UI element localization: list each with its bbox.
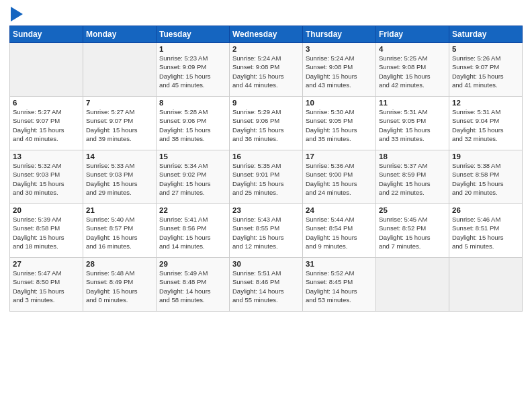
day-info: Sunrise: 5:38 AM Sunset: 8:58 PM Dayligh… [452, 161, 519, 197]
calendar-cell: 18Sunrise: 5:37 AM Sunset: 8:59 PM Dayli… [376, 150, 449, 204]
day-info: Sunrise: 5:36 AM Sunset: 9:00 PM Dayligh… [306, 161, 373, 197]
day-number: 7 [86, 99, 153, 107]
day-info: Sunrise: 5:35 AM Sunset: 9:01 PM Dayligh… [232, 161, 300, 197]
day-number: 9 [232, 99, 300, 107]
calendar-table: SundayMondayTuesdayWednesdayThursdayFrid… [9, 26, 523, 312]
calendar-cell: 1Sunrise: 5:23 AM Sunset: 9:09 PM Daylig… [157, 43, 230, 97]
day-info: Sunrise: 5:31 AM Sunset: 9:04 PM Dayligh… [452, 107, 519, 143]
weekday-row: SundayMondayTuesdayWednesdayThursdayFrid… [10, 26, 523, 43]
day-info: Sunrise: 5:39 AM Sunset: 8:58 PM Dayligh… [13, 215, 80, 250]
day-number: 26 [452, 206, 519, 214]
calendar-cell: 12Sunrise: 5:31 AM Sunset: 9:04 PM Dayli… [449, 97, 523, 150]
calendar-cell [10, 43, 83, 97]
calendar-cell [449, 258, 523, 312]
calendar-cell: 14Sunrise: 5:33 AM Sunset: 9:03 PM Dayli… [83, 150, 157, 204]
day-number: 15 [159, 152, 226, 161]
calendar-week-row: 6Sunrise: 5:27 AM Sunset: 9:07 PM Daylig… [10, 97, 523, 150]
day-info: Sunrise: 5:43 AM Sunset: 8:55 PM Dayligh… [232, 215, 300, 250]
calendar-cell: 30Sunrise: 5:51 AM Sunset: 8:46 PM Dayli… [230, 258, 303, 312]
calendar-week-row: 20Sunrise: 5:39 AM Sunset: 8:58 PM Dayli… [10, 204, 523, 258]
day-number: 23 [232, 206, 300, 214]
calendar-body: 1Sunrise: 5:23 AM Sunset: 9:09 PM Daylig… [10, 43, 523, 312]
calendar-cell: 31Sunrise: 5:52 AM Sunset: 8:45 PM Dayli… [303, 258, 376, 312]
calendar-cell: 25Sunrise: 5:45 AM Sunset: 8:52 PM Dayli… [376, 204, 449, 258]
calendar-cell: 21Sunrise: 5:40 AM Sunset: 8:57 PM Dayli… [83, 204, 157, 258]
day-info: Sunrise: 5:49 AM Sunset: 8:48 PM Dayligh… [159, 269, 226, 304]
day-info: Sunrise: 5:47 AM Sunset: 8:50 PM Dayligh… [13, 269, 80, 304]
day-number: 4 [379, 45, 446, 53]
calendar-cell: 13Sunrise: 5:32 AM Sunset: 9:03 PM Dayli… [10, 150, 83, 204]
day-number: 11 [379, 99, 446, 107]
calendar-cell: 5Sunrise: 5:26 AM Sunset: 9:07 PM Daylig… [449, 43, 523, 97]
calendar-cell: 26Sunrise: 5:46 AM Sunset: 8:51 PM Dayli… [449, 204, 523, 258]
day-info: Sunrise: 5:29 AM Sunset: 9:06 PM Dayligh… [232, 107, 300, 143]
day-number: 20 [13, 206, 80, 214]
calendar-cell: 20Sunrise: 5:39 AM Sunset: 8:58 PM Dayli… [10, 204, 83, 258]
day-info: Sunrise: 5:30 AM Sunset: 9:05 PM Dayligh… [306, 107, 373, 143]
day-info: Sunrise: 5:25 AM Sunset: 9:08 PM Dayligh… [379, 54, 446, 89]
day-number: 18 [379, 152, 446, 161]
day-info: Sunrise: 5:45 AM Sunset: 8:52 PM Dayligh… [379, 215, 446, 250]
logo [9, 7, 23, 21]
day-info: Sunrise: 5:41 AM Sunset: 8:56 PM Dayligh… [159, 215, 226, 250]
day-number: 29 [159, 260, 226, 268]
day-info: Sunrise: 5:33 AM Sunset: 9:03 PM Dayligh… [86, 161, 153, 197]
day-info: Sunrise: 5:27 AM Sunset: 9:07 PM Dayligh… [13, 107, 80, 143]
calendar-cell: 24Sunrise: 5:44 AM Sunset: 8:54 PM Dayli… [303, 204, 376, 258]
calendar-cell [376, 258, 449, 312]
header [9, 7, 523, 21]
calendar-header: SundayMondayTuesdayWednesdayThursdayFrid… [10, 26, 523, 43]
calendar-cell: 7Sunrise: 5:27 AM Sunset: 9:07 PM Daylig… [83, 97, 157, 150]
day-number: 16 [232, 152, 300, 161]
day-info: Sunrise: 5:48 AM Sunset: 8:49 PM Dayligh… [86, 269, 153, 304]
calendar-cell: 27Sunrise: 5:47 AM Sunset: 8:50 PM Dayli… [10, 258, 83, 312]
calendar-week-row: 13Sunrise: 5:32 AM Sunset: 9:03 PM Dayli… [10, 150, 523, 204]
day-info: Sunrise: 5:24 AM Sunset: 9:08 PM Dayligh… [232, 54, 300, 89]
day-number: 24 [306, 206, 373, 214]
day-number: 31 [306, 260, 373, 268]
day-number: 27 [13, 260, 80, 268]
calendar-cell: 22Sunrise: 5:41 AM Sunset: 8:56 PM Dayli… [157, 204, 230, 258]
calendar-cell: 15Sunrise: 5:34 AM Sunset: 9:02 PM Dayli… [157, 150, 230, 204]
day-number: 2 [232, 45, 300, 53]
day-number: 13 [13, 152, 80, 161]
day-info: Sunrise: 5:26 AM Sunset: 9:07 PM Dayligh… [452, 54, 519, 89]
day-number: 22 [159, 206, 226, 214]
day-number: 28 [86, 260, 153, 268]
day-number: 21 [86, 206, 153, 214]
weekday-header: Monday [83, 26, 157, 43]
day-info: Sunrise: 5:28 AM Sunset: 9:06 PM Dayligh… [159, 107, 226, 143]
calendar-cell: 11Sunrise: 5:31 AM Sunset: 9:05 PM Dayli… [376, 97, 449, 150]
weekday-header: Wednesday [230, 26, 303, 43]
calendar-cell: 6Sunrise: 5:27 AM Sunset: 9:07 PM Daylig… [10, 97, 83, 150]
day-number: 17 [306, 152, 373, 161]
day-info: Sunrise: 5:32 AM Sunset: 9:03 PM Dayligh… [13, 161, 80, 197]
calendar-week-row: 27Sunrise: 5:47 AM Sunset: 8:50 PM Dayli… [10, 258, 523, 312]
calendar-cell: 10Sunrise: 5:30 AM Sunset: 9:05 PM Dayli… [303, 97, 376, 150]
logo-arrow-icon [11, 7, 23, 21]
day-number: 6 [13, 99, 80, 107]
day-info: Sunrise: 5:40 AM Sunset: 8:57 PM Dayligh… [86, 215, 153, 250]
day-info: Sunrise: 5:27 AM Sunset: 9:07 PM Dayligh… [86, 107, 153, 143]
calendar-cell: 29Sunrise: 5:49 AM Sunset: 8:48 PM Dayli… [157, 258, 230, 312]
weekday-header: Friday [376, 26, 449, 43]
calendar-cell: 3Sunrise: 5:24 AM Sunset: 9:08 PM Daylig… [303, 43, 376, 97]
day-number: 1 [159, 45, 226, 53]
day-number: 5 [452, 45, 519, 53]
svg-marker-0 [11, 7, 23, 21]
day-info: Sunrise: 5:31 AM Sunset: 9:05 PM Dayligh… [379, 107, 446, 143]
day-number: 10 [306, 99, 373, 107]
day-info: Sunrise: 5:52 AM Sunset: 8:45 PM Dayligh… [306, 269, 373, 304]
day-number: 25 [379, 206, 446, 214]
day-info: Sunrise: 5:37 AM Sunset: 8:59 PM Dayligh… [379, 161, 446, 197]
day-number: 19 [452, 152, 519, 161]
calendar-week-row: 1Sunrise: 5:23 AM Sunset: 9:09 PM Daylig… [10, 43, 523, 97]
calendar-cell: 23Sunrise: 5:43 AM Sunset: 8:55 PM Dayli… [230, 204, 303, 258]
day-number: 12 [452, 99, 519, 107]
day-info: Sunrise: 5:46 AM Sunset: 8:51 PM Dayligh… [452, 215, 519, 250]
day-number: 3 [306, 45, 373, 53]
calendar-cell: 8Sunrise: 5:28 AM Sunset: 9:06 PM Daylig… [157, 97, 230, 150]
weekday-header: Saturday [449, 26, 523, 43]
day-number: 8 [159, 99, 226, 107]
weekday-header: Sunday [10, 26, 83, 43]
